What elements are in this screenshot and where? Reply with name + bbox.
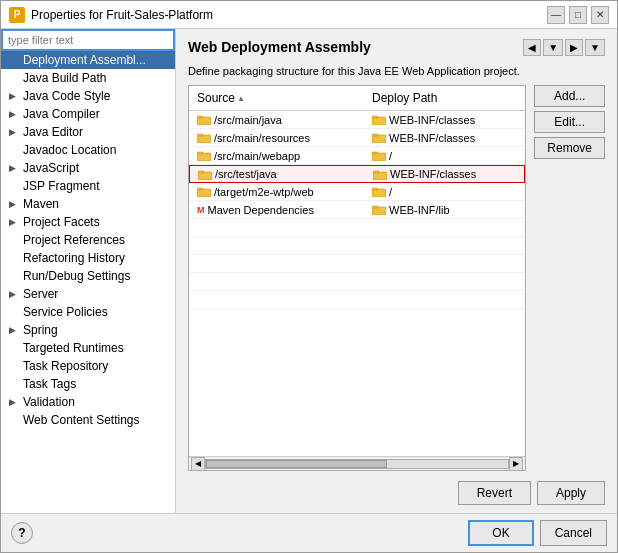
window-title: Properties for Fruit-Sales-Platform	[31, 8, 213, 22]
sidebar-item-17[interactable]: Task Repository	[1, 357, 175, 375]
edit-button[interactable]: Edit...	[534, 111, 605, 133]
table-row-4[interactable]: /target/m2e-wtp/web /	[189, 183, 525, 201]
footer-left: ?	[11, 522, 33, 544]
svg-rect-15	[373, 171, 379, 173]
scrollbar-area: ◀ ▶	[189, 456, 525, 470]
sidebar-arrow-9: ▶	[9, 217, 19, 227]
sidebar-item-3[interactable]: ▶Java Compiler	[1, 105, 175, 123]
cell-source-2: /src/main/webapp	[189, 149, 364, 163]
table-row-2[interactable]: /src/main/webapp /	[189, 147, 525, 165]
ok-button[interactable]: OK	[468, 520, 533, 546]
svg-rect-9	[197, 152, 203, 154]
side-buttons: Add... Edit... Remove	[534, 85, 605, 471]
sidebar-label-7: JSP Fragment	[23, 179, 99, 193]
col-source-header: Source ▲	[189, 89, 364, 107]
sidebar-item-15[interactable]: ▶Spring	[1, 321, 175, 339]
title-bar: P Properties for Fruit-Sales-Platform — …	[1, 1, 617, 29]
sidebar-arrow-6: ▶	[9, 163, 19, 173]
sidebar-item-16[interactable]: Targeted Runtimes	[1, 339, 175, 357]
sidebar-item-11[interactable]: Refactoring History	[1, 249, 175, 267]
sidebar-arrow-15: ▶	[9, 325, 19, 335]
sidebar-label-15: Spring	[23, 323, 58, 337]
table-row-0[interactable]: /src/main/java WEB-INF/classes	[189, 111, 525, 129]
svg-rect-19	[372, 188, 378, 190]
sidebar-item-5[interactable]: Javadoc Location	[1, 141, 175, 159]
sidebar-arrow-3: ▶	[9, 109, 19, 119]
revert-button[interactable]: Revert	[458, 481, 531, 505]
title-bar-left: P Properties for Fruit-Sales-Platform	[9, 7, 213, 23]
sidebar-item-4[interactable]: ▶Java Editor	[1, 123, 175, 141]
cell-source-0: /src/main/java	[189, 113, 364, 127]
right-panel: Web Deployment Assembly ◀ ▼ ▶ ▼ Define p…	[176, 29, 617, 513]
scroll-right-button[interactable]: ▶	[509, 457, 523, 471]
add-button[interactable]: Add...	[534, 85, 605, 107]
sidebar-label-10: Project References	[23, 233, 125, 247]
remove-button[interactable]: Remove	[534, 137, 605, 159]
sidebar-item-20[interactable]: Web Content Settings	[1, 411, 175, 429]
title-controls: — □ ✕	[547, 6, 609, 24]
sidebar-arrow-19: ▶	[9, 397, 19, 407]
sidebar-item-1[interactable]: Java Build Path	[1, 69, 175, 87]
table-header: Source ▲ Deploy Path	[189, 86, 525, 111]
nav-back-dropdown-button[interactable]: ▼	[543, 39, 563, 56]
main-content: Deployment Assembl...Java Build Path▶Jav…	[1, 29, 617, 513]
sidebar-arrow-2: ▶	[9, 91, 19, 101]
cancel-button[interactable]: Cancel	[540, 520, 607, 546]
sidebar-label-5: Javadoc Location	[23, 143, 116, 157]
filter-input[interactable]	[1, 29, 175, 51]
table-row-5[interactable]: MMaven Dependencies WEB-INF/lib	[189, 201, 525, 219]
help-button[interactable]: ?	[11, 522, 33, 544]
maximize-button[interactable]: □	[569, 6, 587, 24]
sidebar-item-0[interactable]: Deployment Assembl...	[1, 51, 175, 69]
sidebar-item-14[interactable]: Service Policies	[1, 303, 175, 321]
sidebar-item-6[interactable]: ▶JavaScript	[1, 159, 175, 177]
sidebar-label-13: Server	[23, 287, 58, 301]
nav-forward-dropdown-button[interactable]: ▼	[585, 39, 605, 56]
minimize-button[interactable]: —	[547, 6, 565, 24]
nav-forward-button[interactable]: ▶	[565, 39, 583, 56]
sidebar-label-11: Refactoring History	[23, 251, 125, 265]
sidebar-item-10[interactable]: Project References	[1, 231, 175, 249]
svg-rect-17	[197, 188, 203, 190]
svg-rect-11	[372, 152, 378, 154]
sidebar-item-13[interactable]: ▶Server	[1, 285, 175, 303]
close-button[interactable]: ✕	[591, 6, 609, 24]
scroll-left-button[interactable]: ◀	[191, 457, 205, 471]
panel-description: Define packaging structure for this Java…	[188, 65, 605, 77]
sidebar-label-8: Maven	[23, 197, 59, 211]
properties-window: P Properties for Fruit-Sales-Platform — …	[0, 0, 618, 553]
table-row-3[interactable]: /src/test/java WEB-INF/classes	[189, 165, 525, 183]
cell-source-1: /src/main/resources	[189, 131, 364, 145]
panel-title-area: Web Deployment Assembly	[188, 39, 523, 59]
sidebar-arrow-13: ▶	[9, 289, 19, 299]
table-and-buttons: Source ▲ Deploy Path /src/main/java WEB-…	[188, 85, 605, 471]
horizontal-scrollbar[interactable]	[205, 459, 509, 469]
svg-rect-1	[197, 116, 203, 118]
sidebar-item-9[interactable]: ▶Project Facets	[1, 213, 175, 231]
sidebar-item-18[interactable]: Task Tags	[1, 375, 175, 393]
sidebar-item-7[interactable]: JSP Fragment	[1, 177, 175, 195]
cell-source-3: /src/test/java	[190, 167, 365, 181]
sidebar-item-8[interactable]: ▶Maven	[1, 195, 175, 213]
sidebar-label-1: Java Build Path	[23, 71, 106, 85]
sidebar-arrow-8: ▶	[9, 199, 19, 209]
cell-deploy-2: /	[364, 149, 525, 163]
table-row-empty-2	[189, 255, 525, 273]
sidebar-item-2[interactable]: ▶Java Code Style	[1, 87, 175, 105]
sidebar-label-16: Targeted Runtimes	[23, 341, 124, 355]
sidebar-item-19[interactable]: ▶Validation	[1, 393, 175, 411]
table-row-1[interactable]: /src/main/resources WEB-INF/classes	[189, 129, 525, 147]
sidebar-label-4: Java Editor	[23, 125, 83, 139]
nav-back-button[interactable]: ◀	[523, 39, 541, 56]
sidebar-label-2: Java Code Style	[23, 89, 110, 103]
apply-button[interactable]: Apply	[537, 481, 605, 505]
cell-deploy-1: WEB-INF/classes	[364, 131, 525, 145]
table-row-empty-0	[189, 219, 525, 237]
panel-header: Web Deployment Assembly ◀ ▼ ▶ ▼	[188, 39, 605, 59]
table-container: Source ▲ Deploy Path /src/main/java WEB-…	[188, 85, 526, 471]
cell-source-5: MMaven Dependencies	[189, 203, 364, 217]
sidebar-item-12[interactable]: Run/Debug Settings	[1, 267, 175, 285]
sidebar: Deployment Assembl...Java Build Path▶Jav…	[1, 29, 176, 513]
sidebar-label-3: Java Compiler	[23, 107, 100, 121]
bottom-action-buttons: Revert Apply	[188, 481, 605, 505]
